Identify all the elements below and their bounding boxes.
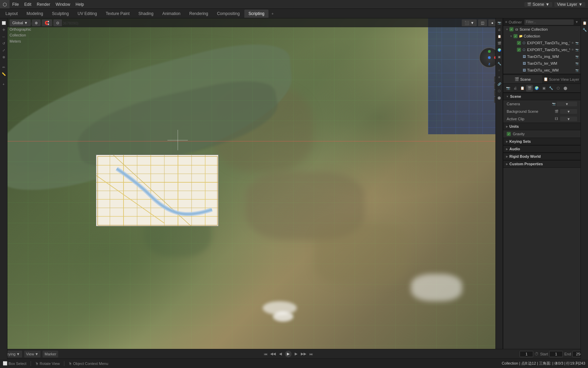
tab-rendering[interactable]: Rendering [185,10,212,18]
tab-animation[interactable]: Animation [158,10,184,18]
material-icon[interactable]: ⬤ [496,95,502,101]
export-vec-check[interactable]: ✓ [517,48,521,52]
render-props-icon[interactable]: 📷 [505,85,511,92]
menu-blender[interactable]: ⬡ [0,0,10,9]
filter-icon[interactable]: ▼ [575,20,578,24]
audio-header[interactable]: ▶ Audio [503,145,581,153]
view-layer-selector[interactable]: View Layer ▼ [554,2,585,7]
next-keyframe-btn[interactable]: ▶▶ [300,351,307,357]
world-icon[interactable]: 🌍 [496,47,502,53]
start-frame-input[interactable] [549,351,563,357]
prev-keyframe-btn[interactable]: ◀◀ [270,351,276,357]
collection-item[interactable]: ▼ ✓ 📁 Collection [503,33,581,40]
main-viewport[interactable]: Cam:11 - Scale 1:1 (13563712, 3678090) O… [7,18,503,349]
scene-selector[interactable]: 🎬 Scene ▼ [524,2,552,7]
cursor-icon[interactable]: ✛ [1,27,7,33]
collection-check[interactable]: ✓ [513,34,518,38]
export-img-check[interactable]: ✓ [517,41,521,45]
step-back-btn[interactable]: ◀ [277,351,283,357]
step-fwd-btn[interactable]: ▶ [293,351,299,357]
transform-btn[interactable]: ⊕ [32,19,40,26]
marker-btn[interactable]: Marker [43,351,58,357]
material-props-icon[interactable]: ⬤ [562,85,569,92]
props-icon[interactable]: 🔧 [582,27,588,33]
proportional-btn[interactable]: ⊙ [53,19,62,26]
overlay-btn[interactable]: ⬛ ▼ [462,19,477,26]
outliner-search[interactable] [524,19,574,25]
object-icon[interactable]: ▣ [496,54,502,60]
tianditu-img-item[interactable]: 🖼 TianDiTu_img_WM 📷 [503,53,581,60]
play-btn[interactable]: ▶ [285,351,292,357]
physics-icon[interactable]: ⚛ [496,74,502,80]
annotate-icon[interactable]: ✏ [1,64,7,70]
snap-btn[interactable]: 🧲 [42,19,52,26]
jump-start-btn[interactable]: ⏮ [262,351,268,357]
menu-render[interactable]: Render [34,0,53,9]
select-box-icon[interactable]: ⬜ [1,20,7,26]
vis-eye-icon[interactable]: 👁 [571,41,575,45]
data-props-icon[interactable]: ⬡ [555,85,561,92]
active-clip-picker-btn[interactable]: ▼ [560,117,577,121]
scene-collection-check[interactable]: ✓ [509,27,513,31]
object-props-icon[interactable]: ▣ [540,85,547,92]
gravity-checkbox[interactable]: ✓ [507,132,511,136]
keying-sets-header[interactable]: ▶ Keying Sets [503,138,581,145]
jump-end-btn[interactable]: ⏭ [308,351,314,357]
rotate-view-item[interactable]: 🖱 Rotate View [35,362,60,366]
tab-sculpting[interactable]: Sculpting [48,10,73,18]
tianditu-ter-item[interactable]: 🖼 TianDiTu_ter_WM 📷 [503,60,581,67]
export-vec-item[interactable]: ✓ ⬡ EXPORT_TianDiTu_vec_WM 👁 📷 [503,46,581,53]
tab-scripting[interactable]: Scripting [244,10,268,18]
menu-window[interactable]: Window [53,0,73,9]
scene-collection-item[interactable]: ▼ ✓ 🗂 Scene Collection [503,26,581,33]
scene-icon[interactable]: 🎬 [496,40,502,46]
add-workspace-tab[interactable]: + [269,10,276,17]
tab-compositing[interactable]: Compositing [213,10,244,18]
tab-view-layer[interactable]: 📋 Scene View Layer [542,75,581,83]
camera-picker-btn[interactable]: ▼ [557,102,577,106]
vis-eye2-icon[interactable]: 👁 [571,48,575,52]
world-props-icon[interactable]: 🌍 [533,85,540,92]
xray-btn[interactable]: ◫ [478,19,487,26]
output-props-icon[interactable]: 🖨 [512,85,519,92]
units-section-header[interactable]: ▶ Units [503,123,581,130]
vis-4[interactable]: 📷 [575,61,579,65]
rotate-icon[interactable]: ↺ [1,40,7,46]
bg-scene-picker-btn[interactable]: ▼ [560,109,577,114]
menu-help[interactable]: Help [73,0,87,9]
view-layer-icon[interactable]: 📋 [496,33,502,40]
vis-render2-icon[interactable]: 📷 [575,48,579,52]
tab-modeling[interactable]: Modeling [22,10,47,18]
tab-uv-editing[interactable]: UV Editing [74,10,101,18]
data-icon[interactable]: ⬡ [496,88,502,94]
current-frame-input[interactable] [520,351,533,357]
menu-edit[interactable]: Edit [21,0,34,9]
particles-icon[interactable]: ⁘ [496,67,502,74]
custom-props-header[interactable]: ▶ Custom Properties [503,160,581,168]
scale-icon[interactable]: ⤢ [1,47,7,53]
tianditu-vec-item[interactable]: 🖼 TianDiTu_vec_WM 📷 [503,67,581,74]
move-icon[interactable]: ↔ [1,33,7,40]
context-menu-item[interactable]: 🖱 Object Context Menu [68,362,108,366]
modifier-icon[interactable]: 🔧 [496,61,502,67]
view-btn[interactable]: View ▼ [24,351,41,357]
modifier-props-icon[interactable]: 🔧 [548,85,554,92]
render-icon[interactable]: 📷 [496,20,502,26]
tab-scene[interactable]: 🎬 Scene [503,75,542,83]
vis-3[interactable]: 📷 [575,55,579,59]
global-mode-btn[interactable]: Global ▼ [10,19,31,26]
transform-icon[interactable]: ⊕ [1,54,7,60]
outliner-icon[interactable]: 📋 [582,20,588,26]
scene-section-header[interactable]: ▼ Scene [503,93,581,100]
menu-file[interactable]: File [10,0,21,9]
tab-layout[interactable]: Layout [1,10,22,18]
vis-render-icon[interactable]: 📷 [575,41,579,45]
tab-shading[interactable]: Shading [134,10,158,18]
add-obj-icon[interactable]: + [1,81,7,87]
measure-icon[interactable]: 📏 [1,71,7,77]
rigid-body-header[interactable]: ▶ Rigid Body World [503,153,581,160]
tab-texture-paint[interactable]: Texture Paint [102,10,134,18]
output-icon[interactable]: 🖨 [496,27,502,33]
constraints-icon[interactable]: 🔗 [496,81,502,87]
viewlayer-props-icon[interactable]: 📋 [519,85,526,92]
